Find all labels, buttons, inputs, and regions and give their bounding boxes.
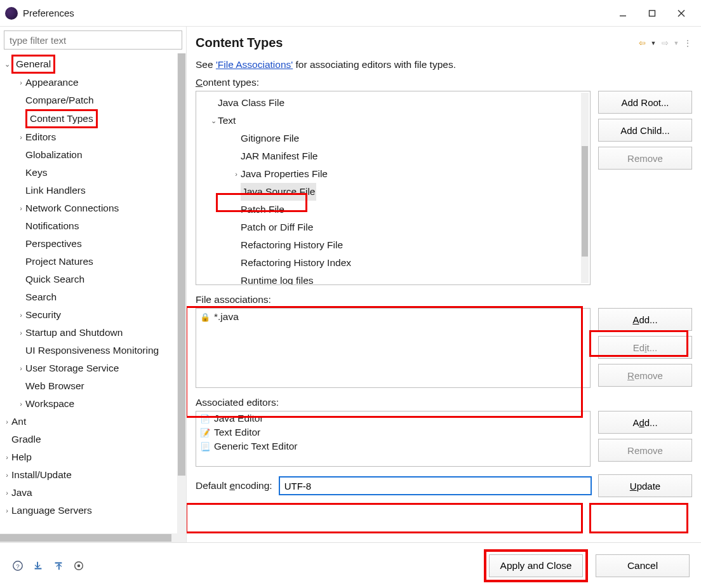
tree-node-notifications[interactable]: Notifications	[0, 217, 177, 235]
ct-node-patch-or-diff[interactable]: Patch or Diff File	[206, 218, 571, 236]
tree-node-content-types[interactable]: Content Types	[0, 109, 177, 128]
chevron-right-icon: ›	[3, 413, 11, 431]
chevron-right-icon: ›	[17, 128, 25, 146]
footer: ? Apply and Close Cancel	[0, 542, 701, 588]
back-dropdown-icon[interactable]: ▼	[649, 39, 658, 48]
tree-node-security[interactable]: ›Security	[0, 306, 177, 324]
tree-node-network-connections[interactable]: ›Network Connections	[0, 199, 177, 217]
chevron-right-icon: ›	[232, 165, 241, 183]
add-root-button[interactable]: Add Root...	[598, 91, 692, 114]
apply-and-close-button[interactable]: Apply and Close	[489, 554, 583, 577]
ct-node-patch-file[interactable]: Patch File	[206, 201, 571, 218]
preferences-tree[interactable]: ⌄General ›Appearance Compare/Patch Conte…	[0, 53, 186, 533]
file-associations-link[interactable]: 'File Associations'	[216, 59, 293, 70]
default-encoding-input[interactable]	[279, 476, 592, 495]
tree-node-startup-shutdown[interactable]: ›Startup and Shutdown	[0, 324, 177, 342]
close-button[interactable]	[667, 2, 696, 25]
tree-scrollbar[interactable]	[177, 53, 186, 533]
fa-remove-button[interactable]: Remove	[598, 364, 692, 387]
generic-editor-icon	[200, 441, 210, 452]
oomph-icon[interactable]	[72, 559, 85, 572]
tree-node-link-handlers[interactable]: Link Handlers	[0, 182, 177, 199]
export-icon[interactable]	[52, 559, 65, 572]
highlight-encoding	[187, 503, 583, 533]
window-title: Preferences	[23, 8, 608, 18]
svg-rect-1	[650, 10, 655, 16]
tree-node-ui-responsiveness[interactable]: UI Responsiveness Monitoring	[0, 342, 177, 359]
ct-node-runtime-log[interactable]: Runtime log files	[206, 272, 571, 285]
ct-node-gitignore[interactable]: Gitignore File	[206, 130, 571, 147]
file-associations-label: File associations:	[196, 294, 692, 305]
chevron-down-icon: ⌄	[3, 55, 11, 73]
ct-node-text[interactable]: ⌄Text	[206, 112, 571, 130]
import-icon[interactable]	[32, 559, 44, 572]
tree-node-editors[interactable]: ›Editors	[0, 128, 177, 146]
tree-node-ant[interactable]: ›Ant	[0, 413, 177, 431]
page-title: Content Types	[196, 36, 638, 50]
tree-node-install-update[interactable]: ›Install/Update	[0, 466, 177, 484]
update-button[interactable]: Update	[598, 474, 692, 497]
chevron-right-icon: ›	[3, 502, 11, 519]
tree-node-gradle[interactable]: Gradle	[0, 431, 177, 448]
java-editor-icon	[200, 413, 210, 424]
ct-node-refactor-history-file[interactable]: Refactoring History File	[206, 236, 571, 254]
chevron-right-icon: ›	[3, 484, 11, 502]
menu-dots-icon[interactable]: ⋮	[683, 39, 692, 48]
ct-node-jar-manifest[interactable]: JAR Manifest File	[206, 147, 571, 165]
cancel-button[interactable]: Cancel	[596, 554, 690, 577]
minimize-button[interactable]	[608, 2, 638, 25]
tree-node-search[interactable]: Search	[0, 288, 177, 306]
ct-remove-button[interactable]: Remove	[598, 147, 692, 170]
tree-node-quick-search[interactable]: Quick Search	[0, 271, 177, 288]
fa-edit-button[interactable]: Edit...	[598, 336, 692, 359]
eclipse-icon	[5, 7, 18, 20]
chevron-right-icon: ›	[17, 74, 25, 91]
tree-node-language-servers[interactable]: ›Language Servers	[0, 502, 177, 519]
chevron-right-icon: ›	[17, 199, 25, 217]
content-types-label: Content types:	[196, 77, 692, 88]
ct-node-java-source[interactable]: Java Source File	[206, 183, 571, 201]
tree-node-general[interactable]: ⌄General	[0, 55, 177, 74]
tree-node-compare-patch[interactable]: Compare/Patch	[0, 91, 177, 109]
highlight-apply-close: Apply and Close	[484, 549, 588, 582]
tree-node-keys[interactable]: Keys	[0, 164, 177, 182]
filter-input[interactable]	[4, 30, 182, 50]
tree-node-web-browser[interactable]: Web Browser	[0, 377, 177, 395]
editor-item-text[interactable]: Text Editor	[196, 425, 590, 439]
svg-text:?: ?	[16, 562, 20, 569]
associated-editors-label: Associated editors:	[196, 397, 692, 408]
editor-item-java[interactable]: Java Editor	[196, 411, 590, 425]
ae-remove-button[interactable]: Remove	[598, 439, 692, 462]
tree-h-scrollbar[interactable]	[0, 533, 186, 542]
file-assoc-item-java[interactable]: *.java	[196, 309, 590, 325]
header-toolbar: ⇦ ▼ ⇨ ▼ ⋮	[638, 39, 692, 48]
file-associations-list[interactable]: *.java	[196, 308, 591, 388]
tree-node-help[interactable]: ›Help	[0, 448, 177, 466]
add-child-button[interactable]: Add Child...	[598, 119, 692, 142]
ct-node-java-properties[interactable]: ›Java Properties File	[206, 165, 571, 183]
maximize-button[interactable]	[638, 2, 667, 25]
forward-dropdown-icon[interactable]: ▼	[672, 39, 681, 48]
default-encoding-label: Default encoding:	[196, 480, 272, 491]
tree-node-workspace[interactable]: ›Workspace	[0, 395, 177, 413]
content-types-list[interactable]: Java Class File ⌄Text Gitignore File JAR…	[196, 91, 591, 285]
tree-node-java[interactable]: ›Java	[0, 484, 177, 502]
window-controls	[608, 2, 696, 25]
back-icon[interactable]: ⇦	[638, 39, 646, 48]
fa-add-button[interactable]: Add...	[598, 308, 692, 331]
tree-node-perspectives[interactable]: Perspectives	[0, 235, 177, 253]
main-pane: Content Types ⇦ ▼ ⇨ ▼ ⋮ See 'File Associ…	[187, 27, 701, 542]
tree-node-globalization[interactable]: Globalization	[0, 146, 177, 164]
text-editor-icon	[200, 427, 210, 438]
associated-editors-list[interactable]: Java Editor Text Editor Generic Text Edi…	[196, 411, 591, 467]
chevron-right-icon: ›	[17, 324, 25, 342]
ct-node-java-class-file[interactable]: Java Class File	[206, 94, 571, 112]
ct-node-refactor-history-index[interactable]: Refactoring History Index	[206, 254, 571, 272]
tree-node-user-storage[interactable]: ›User Storage Service	[0, 359, 177, 377]
tree-node-project-natures[interactable]: Project Natures	[0, 253, 177, 271]
editor-item-generic[interactable]: Generic Text Editor	[196, 439, 590, 453]
help-icon[interactable]: ?	[11, 559, 24, 572]
ae-add-button[interactable]: Add...	[598, 411, 692, 434]
forward-icon[interactable]: ⇨	[660, 39, 669, 48]
tree-node-appearance[interactable]: ›Appearance	[0, 74, 177, 91]
